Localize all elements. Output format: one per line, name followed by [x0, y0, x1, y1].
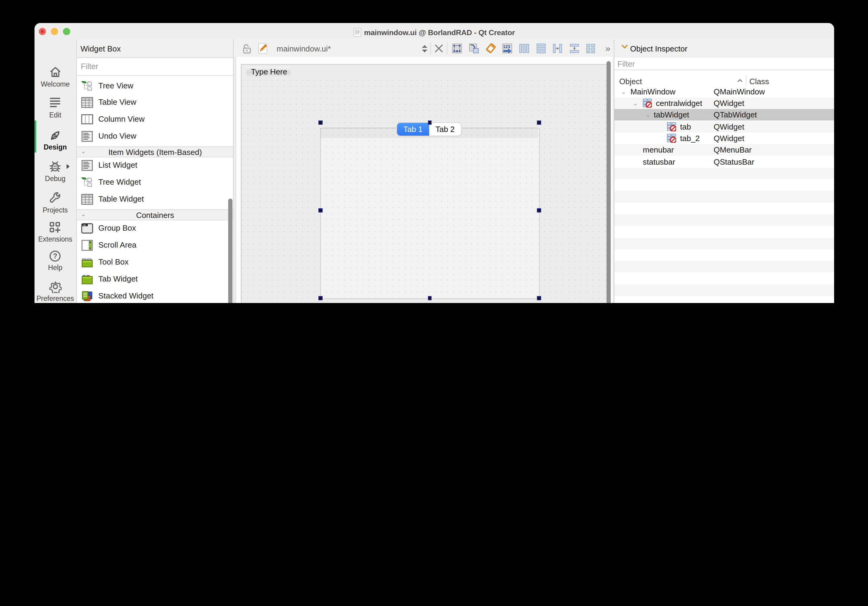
- svg-text:?: ?: [53, 252, 57, 260]
- svg-text:123: 123: [503, 44, 510, 49]
